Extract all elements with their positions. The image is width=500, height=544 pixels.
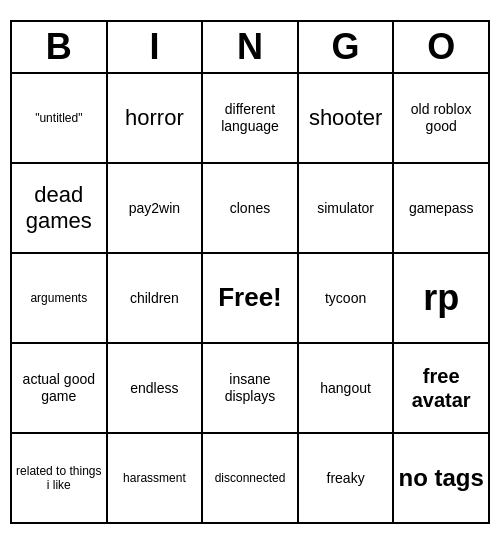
bingo-cell: simulator — [299, 164, 395, 252]
bingo-cell: insane displays — [203, 344, 299, 432]
bingo-cell: disconnected — [203, 434, 299, 522]
bingo-row: argumentschildrenFree!tycoonrp — [12, 254, 488, 344]
bingo-cell: "untitled" — [12, 74, 108, 162]
header-letter: G — [299, 22, 395, 72]
bingo-cell: different language — [203, 74, 299, 162]
bingo-cell: endless — [108, 344, 204, 432]
bingo-grid: "untitled"horrordifferent languageshoote… — [12, 74, 488, 522]
bingo-cell: harassment — [108, 434, 204, 522]
bingo-cell: related to things i like — [12, 434, 108, 522]
bingo-cell: children — [108, 254, 204, 342]
bingo-cell: tycoon — [299, 254, 395, 342]
bingo-cell: gamepass — [394, 164, 488, 252]
bingo-cell: rp — [394, 254, 488, 342]
bingo-cell: horror — [108, 74, 204, 162]
bingo-cell: actual good game — [12, 344, 108, 432]
bingo-cell: arguments — [12, 254, 108, 342]
bingo-row: dead gamespay2winclonessimulatorgamepass — [12, 164, 488, 254]
bingo-cell: clones — [203, 164, 299, 252]
bingo-header: BINGO — [12, 22, 488, 74]
bingo-cell: shooter — [299, 74, 395, 162]
bingo-board: BINGO "untitled"horrordifferent language… — [10, 20, 490, 524]
bingo-cell: old roblox good — [394, 74, 488, 162]
bingo-cell: free avatar — [394, 344, 488, 432]
bingo-cell: no tags — [394, 434, 488, 522]
header-letter: B — [12, 22, 108, 72]
bingo-cell: pay2win — [108, 164, 204, 252]
bingo-cell: Free! — [203, 254, 299, 342]
bingo-cell: dead games — [12, 164, 108, 252]
bingo-row: actual good gameendlessinsane displaysha… — [12, 344, 488, 434]
bingo-cell: hangout — [299, 344, 395, 432]
header-letter: I — [108, 22, 204, 72]
bingo-row: related to things i likeharassmentdiscon… — [12, 434, 488, 522]
bingo-cell: freaky — [299, 434, 395, 522]
bingo-row: "untitled"horrordifferent languageshoote… — [12, 74, 488, 164]
header-letter: N — [203, 22, 299, 72]
header-letter: O — [394, 22, 488, 72]
